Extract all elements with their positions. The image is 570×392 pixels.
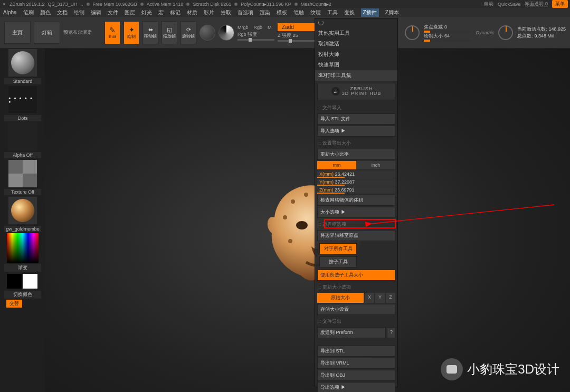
- draw-size-slider[interactable]: [424, 40, 471, 42]
- color-picker[interactable]: [7, 233, 39, 263]
- menu-灯光[interactable]: 灯光: [141, 9, 152, 16]
- menu-影片[interactable]: 影片: [204, 9, 214, 16]
- dynamic-toggle[interactable]: Dynamic: [476, 30, 494, 35]
- quicksave-button[interactable]: QuickSave: [498, 2, 521, 7]
- plugin-item[interactable]: 其他实用工具: [315, 28, 397, 39]
- zadd-button[interactable]: Zadd: [278, 23, 315, 31]
- edit-mode-button[interactable]: ✎Edit: [104, 21, 120, 44]
- export-stl-button[interactable]: 导出到 STL: [317, 346, 395, 357]
- plugin-item[interactable]: 投射大师: [315, 49, 397, 60]
- unit-toggle[interactable]: mm inch: [317, 161, 395, 169]
- scale-button[interactable]: ◱缩放帧: [162, 21, 177, 44]
- menu-笔刷[interactable]: 笔刷: [23, 9, 34, 16]
- color-swatches[interactable]: [7, 274, 39, 289]
- update-size-ratio-button[interactable]: 更新大小比率: [317, 149, 395, 160]
- auto-label[interactable]: 自动: [484, 1, 493, 7]
- viewport[interactable]: [45, 49, 570, 392]
- menubar: Alpha笔刷颜色文档绘制编辑文件图层灯光宏标记材质影片拾取首选项渲染模板笔触纹…: [0, 8, 570, 17]
- menu-Alpha[interactable]: Alpha: [3, 9, 17, 15]
- menu-文件[interactable]: 文件: [108, 9, 118, 16]
- draw-size-dial[interactable]: [498, 25, 513, 40]
- menu-材质[interactable]: 材质: [187, 9, 197, 16]
- preform-help-button[interactable]: ?: [387, 327, 395, 338]
- import-stl-button[interactable]: 导入 STL 文件: [317, 113, 395, 125]
- menu-绘制[interactable]: 绘制: [74, 9, 84, 16]
- z-strength-slider[interactable]: [278, 40, 315, 42]
- menu-Z脚本[interactable]: Z脚本: [385, 9, 399, 16]
- mrgb-toggle[interactable]: Mrgb: [238, 25, 249, 30]
- axis-y-button[interactable]: Y: [375, 293, 385, 303]
- rgb-intensity-slider[interactable]: [238, 39, 274, 41]
- menu-首选项[interactable]: 首选项: [238, 9, 253, 16]
- size-options-button[interactable]: 大小选项 ▶: [317, 207, 395, 218]
- draw-mode-button[interactable]: ✦绘制: [124, 21, 139, 44]
- export-options-button[interactable]: 导出选项 ▶: [317, 382, 395, 392]
- material-thumbnail[interactable]: [8, 196, 37, 225]
- brush-thumbnail[interactable]: [8, 49, 37, 77]
- stroke-label: Dots: [4, 115, 41, 121]
- menu-拾取[interactable]: 拾取: [221, 9, 231, 16]
- plugin-item[interactable]: 3D打印工具集: [315, 70, 397, 81]
- export-vrml-button[interactable]: 导出到 VRML: [317, 358, 395, 369]
- menu-颜色[interactable]: 颜色: [40, 9, 51, 16]
- focal-shift-dial[interactable]: [405, 25, 420, 40]
- focal-shift-slider[interactable]: [424, 31, 471, 33]
- texture-thumbnail[interactable]: [8, 159, 37, 188]
- m-toggle[interactable]: M: [268, 25, 272, 30]
- dimension-row[interactable]: Z(mm) 23.69791: [317, 186, 395, 194]
- check-mesh-volume-button[interactable]: 检查网格物体的体积: [317, 195, 395, 206]
- menu-标记[interactable]: 标记: [170, 9, 180, 16]
- alpha-thumbnail[interactable]: [8, 122, 37, 151]
- stroke-thumbnail[interactable]: [8, 85, 37, 114]
- by-subtool-button[interactable]: 按子工具: [319, 256, 357, 267]
- menu-button[interactable]: 菜单: [552, 0, 568, 8]
- plugin-item[interactable]: 取消激活: [315, 39, 397, 49]
- use-subtool-size-button[interactable]: 使用所选子工具大小: [317, 270, 395, 281]
- menu-工具[interactable]: 工具: [327, 9, 338, 16]
- dimension-row[interactable]: X(mm) 26.42421: [317, 170, 395, 178]
- rgb-toggle[interactable]: Rgb: [254, 25, 263, 30]
- move-bbox-origin-button[interactable]: 将边界轴移至原点: [317, 230, 395, 241]
- panel-refresh[interactable]: [315, 18, 397, 28]
- all-tools-button[interactable]: 对于所有工具: [319, 243, 357, 254]
- home-button[interactable]: 主页: [4, 22, 31, 44]
- import-options-button[interactable]: 导入选项 ▶: [317, 126, 395, 137]
- rotate-button[interactable]: ⟳旋转帧: [180, 21, 196, 44]
- dimension-row[interactable]: Y(mm) 37.22087: [317, 178, 395, 186]
- gradient-label[interactable]: 渐变: [4, 264, 41, 272]
- switch-color-label[interactable]: 切换颜色: [4, 291, 41, 299]
- move-button[interactable]: ⬌移动帧: [142, 21, 158, 44]
- reload-icon: [318, 20, 324, 25]
- plugin-item[interactable]: 快速草图: [315, 60, 397, 70]
- top-toolbar: 主页 灯箱 预览布尔渲染 ✎Edit ✦绘制 ⬌移动帧 ◱缩放帧 ⟳旋转帧 Mr…: [0, 17, 570, 49]
- svg-point-0: [296, 221, 308, 230]
- zplugin-panel: 其他实用工具取消激活投射大师快速草图3D打印工具集 ZZBRUSH 3D PRI…: [315, 18, 398, 387]
- menu-文档[interactable]: 文档: [57, 9, 68, 16]
- save-size-settings-button[interactable]: 存储大小设置: [317, 304, 395, 315]
- menu-Z插件[interactable]: Z插件: [361, 8, 379, 17]
- lightbox-button[interactable]: 灯箱: [34, 22, 60, 44]
- watermark-text: 小豹珠宝3D设计: [467, 361, 559, 378]
- menu-编辑[interactable]: 编辑: [91, 9, 101, 16]
- preview-bool-render[interactable]: 预览布尔渲染: [63, 29, 92, 36]
- axis-x-button[interactable]: X: [365, 293, 374, 303]
- export-obj-button[interactable]: 导出到 OBJ: [317, 370, 395, 381]
- send-to-preform-button[interactable]: 发送到 Preform: [317, 327, 386, 338]
- ui-transparency[interactable]: 界面透明 0: [525, 1, 548, 7]
- gyro-icon[interactable]: [200, 25, 215, 41]
- menu-变换[interactable]: 变换: [344, 9, 355, 16]
- menu-渲染[interactable]: 渲染: [260, 9, 270, 16]
- menu-宏[interactable]: 宏: [158, 9, 164, 16]
- original-size-button[interactable]: 原始大小: [317, 293, 364, 303]
- alternate-button[interactable]: 交替: [6, 300, 22, 308]
- axis-z-button[interactable]: Z: [386, 293, 395, 303]
- material-label: gw_goldmembe: [4, 226, 41, 232]
- unit-inch[interactable]: inch: [356, 161, 395, 169]
- section-set-export-size: :: 设置导出大小: [315, 138, 397, 148]
- material-preview-icon[interactable]: [218, 25, 234, 41]
- menu-模板[interactable]: 模板: [277, 9, 287, 16]
- menu-笔触[interactable]: 笔触: [293, 9, 304, 16]
- menu-图层[interactable]: 图层: [125, 9, 135, 16]
- menu-纹理[interactable]: 纹理: [310, 9, 321, 16]
- unit-mm[interactable]: mm: [317, 161, 356, 169]
